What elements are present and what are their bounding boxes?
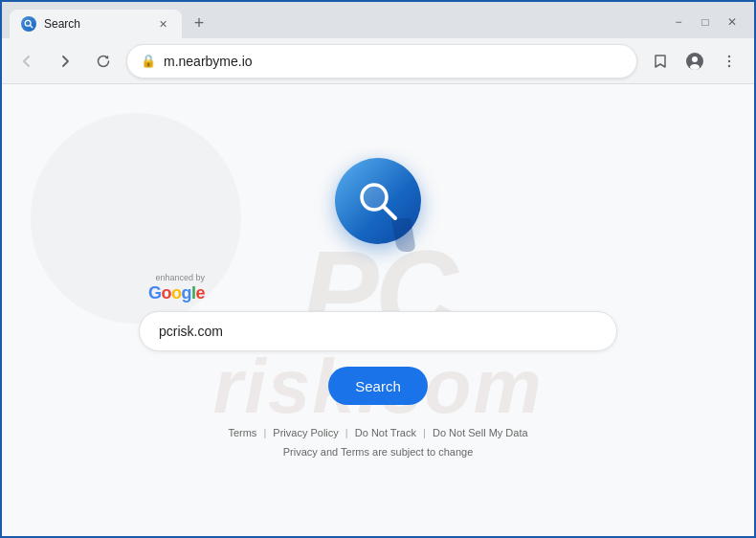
search-input[interactable]	[139, 311, 617, 351]
enhanced-by-text: enhanced by	[156, 273, 206, 283]
svg-line-9	[384, 207, 395, 218]
svg-point-5	[728, 55, 730, 56]
window-controls: − □ ✕	[666, 10, 745, 34]
tab-label: Search	[44, 17, 147, 31]
do-not-track-link[interactable]: Do Not Track	[355, 427, 416, 438]
footer-note: Privacy and Terms are subject to change	[283, 446, 474, 458]
menu-button[interactable]	[714, 46, 745, 77]
maximize-button[interactable]: □	[693, 10, 718, 34]
footer-links: Terms | Privacy Policy | Do Not Track | …	[228, 424, 527, 462]
tab-favicon	[21, 16, 36, 32]
address-bar[interactable]: 🔒 m.nearbyme.io	[126, 44, 637, 78]
search-button[interactable]: Search	[328, 367, 428, 405]
search-input-row	[139, 311, 617, 351]
forward-button[interactable]	[50, 46, 80, 77]
privacy-policy-link[interactable]: Privacy Policy	[273, 427, 338, 438]
tab-close-button[interactable]: ✕	[155, 16, 170, 32]
browser-window: Search ✕ + − □ ✕ 🔒	[0, 0, 756, 538]
tab-bar: Search ✕ + − □ ✕	[2, 2, 754, 38]
new-tab-button[interactable]: +	[186, 10, 212, 36]
enhanced-by-row: enhanced by Google	[148, 273, 205, 303]
svg-point-4	[690, 64, 700, 70]
svg-point-3	[692, 56, 698, 62]
search-icon-container	[335, 158, 421, 244]
active-tab[interactable]: Search ✕	[10, 10, 182, 38]
svg-point-7	[728, 64, 730, 66]
page-content: PC risk.com enhanced by Google	[2, 84, 754, 536]
reload-button[interactable]	[88, 46, 119, 77]
navigation-bar: 🔒 m.nearbyme.io	[2, 38, 754, 84]
search-area: enhanced by Google Search Terms | Privac…	[139, 273, 617, 461]
close-button[interactable]: ✕	[720, 10, 745, 34]
google-logo: Google	[148, 283, 205, 303]
profile-button[interactable]	[679, 46, 710, 77]
bookmark-button[interactable]	[645, 46, 676, 77]
terms-link[interactable]: Terms	[228, 427, 256, 438]
lock-icon: 🔒	[141, 54, 156, 68]
back-button[interactable]	[11, 46, 42, 77]
nav-actions	[645, 46, 745, 77]
minimize-button[interactable]: −	[666, 10, 691, 34]
address-text: m.nearbyme.io	[164, 54, 623, 69]
magnifier-icon	[355, 178, 401, 224]
do-not-sell-link[interactable]: Do Not Sell My Data	[433, 427, 528, 438]
svg-point-6	[728, 59, 730, 61]
svg-line-1	[30, 25, 33, 28]
